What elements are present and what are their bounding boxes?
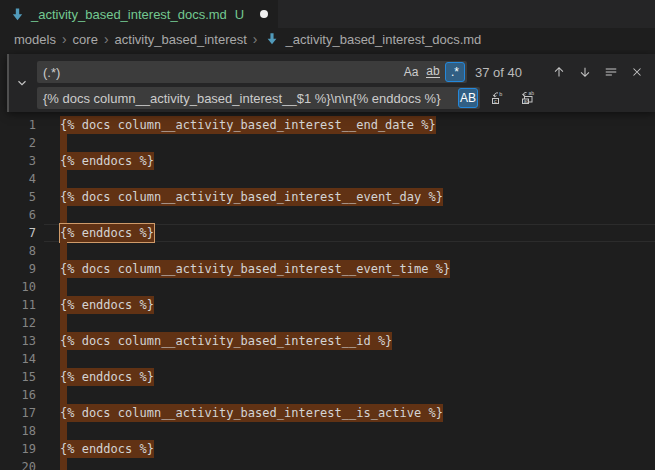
line-number: 5 [0, 188, 36, 206]
code-line: 19{% enddocs %} [0, 440, 655, 458]
breadcrumb-item-core[interactable]: core [73, 32, 98, 47]
code-text[interactable] [60, 386, 67, 404]
replace-value: {% docs column__activity_based_interest_… [43, 91, 458, 106]
code-text[interactable] [60, 242, 67, 260]
find-row: (.*) Aa ab .* 37 of 40 [37, 61, 655, 83]
results-count: 37 of 40 [475, 65, 522, 80]
svg-text:b: b [499, 91, 502, 97]
chevron-right-icon: › [60, 31, 69, 47]
close-find-button[interactable] [627, 62, 647, 82]
replace-icon: b c [490, 90, 506, 106]
find-input[interactable]: (.*) Aa ab .* [37, 61, 467, 83]
line-number: 1 [0, 116, 36, 134]
markdown-icon [265, 32, 279, 46]
line-number: 15 [0, 368, 36, 386]
svg-text:c: c [494, 98, 497, 104]
breadcrumb-item-models[interactable]: models [14, 32, 56, 47]
line-number: 17 [0, 404, 36, 422]
line-number: 2 [0, 134, 36, 152]
arrow-down-icon [578, 65, 592, 79]
previous-match-button[interactable] [549, 62, 569, 82]
code-text[interactable]: {% docs column__activity_based_interest_… [60, 188, 443, 206]
modified-indicator[interactable] [260, 10, 268, 18]
find-widget: (.*) Aa ab .* 37 of 40 [7, 54, 655, 112]
editor[interactable]: 1{% docs column__activity_based_interest… [0, 50, 655, 470]
tab-activity-docs[interactable]: _activity_based_interest_docs.md U [0, 0, 278, 28]
code-line: 11{% enddocs %} [0, 296, 655, 314]
code-text[interactable]: {% enddocs %} [60, 368, 154, 386]
find-nav-group [549, 62, 655, 82]
whole-word-toggle[interactable]: ab [423, 62, 443, 82]
code-line: 2 [0, 134, 655, 152]
line-number: 3 [0, 152, 36, 170]
line-number: 13 [0, 332, 36, 350]
tab-bar: _activity_based_interest_docs.md U [0, 0, 655, 28]
breadcrumb-item-activity-based-interest[interactable]: activity_based_interest [115, 32, 247, 47]
line-number: 14 [0, 350, 36, 368]
line-number: 10 [0, 278, 36, 296]
code-line: 16 [0, 386, 655, 404]
code-text[interactable]: {% enddocs %} [60, 152, 154, 170]
replace-buttons-group: b c ab ac [488, 88, 538, 108]
replace-button[interactable]: b c [488, 88, 508, 108]
code-text[interactable]: {% docs column__activity_based_interest_… [60, 332, 392, 350]
code-line: 14 [0, 350, 655, 368]
code-line: 8 [0, 242, 655, 260]
find-value: (.*) [43, 65, 401, 80]
code-text[interactable] [60, 278, 67, 296]
code-line: 12 [0, 314, 655, 332]
preserve-case-toggle[interactable]: AB [458, 88, 478, 108]
code-line: 17{% docs column__activity_based_interes… [0, 404, 655, 422]
code-text[interactable] [60, 206, 67, 224]
code-text[interactable]: {% docs column__activity_based_interest_… [60, 260, 450, 278]
line-number: 7 [0, 224, 36, 242]
line-number: 12 [0, 314, 36, 332]
match-case-toggle[interactable]: Aa [401, 62, 421, 82]
line-number: 4 [0, 170, 36, 188]
code-line: 4 [0, 170, 655, 188]
breadcrumb-item-file[interactable]: _activity_based_interest_docs.md [285, 32, 481, 47]
chevron-right-icon: › [102, 31, 111, 47]
code-line: 18 [0, 422, 655, 440]
code-text[interactable]: {% enddocs %} [60, 440, 154, 458]
svg-text:ac: ac [524, 99, 530, 104]
code-line: 5{% docs column__activity_based_interest… [0, 188, 655, 206]
code-line: 15{% enddocs %} [0, 368, 655, 386]
code-text[interactable] [60, 170, 67, 188]
code-text[interactable]: {% docs column__activity_based_interest_… [60, 116, 436, 134]
code-text[interactable] [60, 350, 67, 368]
replace-input[interactable]: {% docs column__activity_based_interest_… [37, 87, 480, 109]
git-status-badge: U [235, 7, 244, 22]
code-text[interactable] [60, 422, 67, 440]
next-match-button[interactable] [575, 62, 595, 82]
line-number: 9 [0, 260, 36, 278]
code-text[interactable] [60, 134, 67, 152]
code-text[interactable]: {% enddocs %} [60, 296, 154, 314]
regex-toggle[interactable]: .* [445, 62, 465, 82]
code-line: 20 [0, 458, 655, 470]
find-in-selection-button[interactable] [601, 62, 621, 82]
code-text[interactable]: {% docs column__activity_based_interest_… [60, 404, 443, 422]
code-line: 1{% docs column__activity_based_interest… [0, 116, 655, 134]
toggle-replace-button[interactable] [10, 54, 34, 112]
replace-all-button[interactable]: ab ac [518, 88, 538, 108]
line-number: 11 [0, 296, 36, 314]
line-number: 6 [0, 206, 36, 224]
arrow-up-icon [552, 65, 566, 79]
line-number: 19 [0, 440, 36, 458]
code-text[interactable]: {% enddocs %} [60, 224, 154, 242]
line-number: 8 [0, 242, 36, 260]
code-line: 3{% enddocs %} [0, 152, 655, 170]
code-line: 6 [0, 206, 655, 224]
line-number: 18 [0, 422, 36, 440]
tab-title: _activity_based_interest_docs.md [31, 7, 227, 22]
markdown-icon [10, 7, 25, 22]
chevron-right-icon: › [251, 31, 260, 47]
code-line: 13{% docs column__activity_based_interes… [0, 332, 655, 350]
code-text[interactable] [60, 314, 67, 332]
code-line: 7{% enddocs %} [0, 224, 655, 242]
selection-lines-icon [604, 65, 618, 79]
code-text[interactable] [60, 458, 67, 470]
breadcrumb: models › core › activity_based_interest … [0, 28, 655, 50]
close-icon [630, 65, 644, 79]
